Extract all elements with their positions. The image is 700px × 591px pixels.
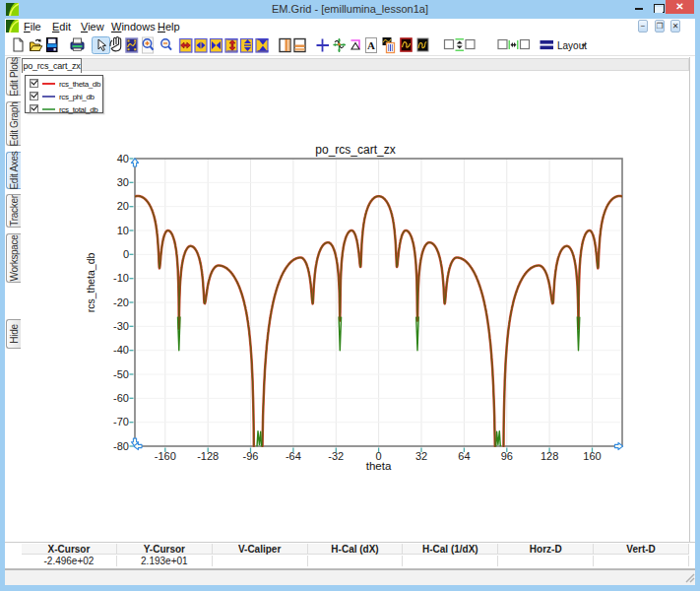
svg-text:30: 30 [117,176,129,188]
svg-text:-20: -20 [113,296,129,308]
svg-text:32: 32 [415,450,427,462]
svg-text:-64: -64 [286,450,301,462]
svg-text:-50: -50 [113,368,129,380]
svg-text:theta: theta [366,460,392,472]
svg-text:-96: -96 [243,450,259,462]
svg-text:-70: -70 [113,416,129,427]
svg-text:-60: -60 [113,392,129,404]
svg-text:po_rcs_cart_zx: po_rcs_cart_zx [315,143,395,157]
svg-text:40: 40 [117,153,129,164]
svg-text:-160: -160 [155,450,176,462]
svg-text:96: 96 [501,450,513,462]
svg-text:20: 20 [117,200,129,212]
svg-text:160: 160 [583,450,601,462]
svg-text:-30: -30 [113,320,129,332]
svg-text:0: 0 [123,248,129,260]
svg-text:rcs_theta_db: rcs_theta_db [85,252,96,312]
svg-text:-10: -10 [113,272,129,284]
svg-text:-40: -40 [113,344,129,356]
svg-text:-128: -128 [197,450,219,462]
svg-text:128: 128 [541,450,558,462]
svg-text:64: 64 [458,450,470,462]
svg-text:10: 10 [117,225,129,236]
svg-text:-32: -32 [328,450,344,462]
svg-text:-80: -80 [113,440,129,452]
